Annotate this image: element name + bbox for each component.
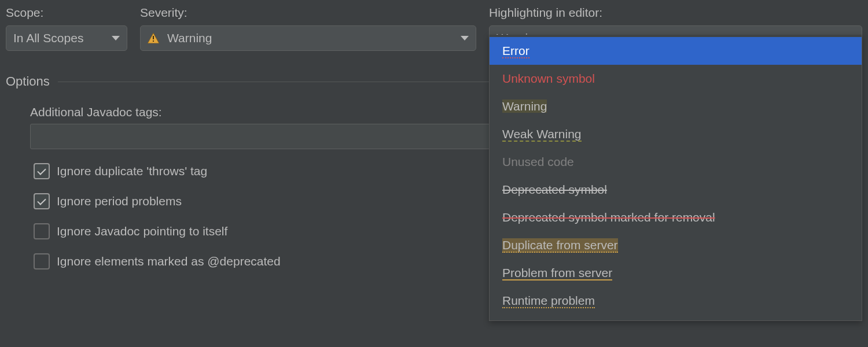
checkbox[interactable] [34, 223, 50, 239]
highlighting-dropdown: ErrorUnknown symbolWarningWeak WarningUn… [489, 35, 862, 321]
highlighting-option-unused[interactable]: Unused code [490, 148, 862, 176]
severity-label: Severity: [140, 6, 476, 20]
scope-value: In All Scopes [13, 31, 83, 45]
checkbox[interactable] [34, 163, 50, 179]
highlighting-option-error[interactable]: Error [490, 37, 862, 65]
chevron-down-icon [112, 36, 120, 40]
severity-value: Warning [167, 31, 212, 45]
checkbox-label: Ignore duplicate 'throws' tag [57, 164, 207, 178]
highlighting-option-weak[interactable]: Weak Warning [490, 120, 862, 148]
highlighting-option-runtime[interactable]: Runtime problem [490, 287, 862, 315]
highlighting-option-prob[interactable]: Problem from server [490, 259, 862, 287]
warning-triangle-icon [148, 33, 159, 43]
scope-combo[interactable]: In All Scopes [6, 25, 127, 51]
highlighting-label: Highlighting in editor: [489, 6, 862, 20]
highlighting-option-dup[interactable]: Duplicate from server [490, 231, 862, 259]
highlighting-option-warning[interactable]: Warning [490, 93, 862, 120]
svg-rect-2 [153, 40, 154, 42]
severity-combo[interactable]: Warning [140, 25, 476, 51]
highlighting-option-deprecated[interactable]: Deprecated symbol [490, 176, 862, 204]
chevron-down-icon [461, 36, 469, 40]
scope-label: Scope: [6, 6, 127, 20]
highlighting-option-deprecated-rm[interactable]: Deprecated symbol marked for removal [490, 204, 862, 231]
checkbox-label: Ignore period problems [57, 194, 182, 208]
checkbox-label: Ignore Javadoc pointing to itself [57, 224, 227, 238]
checkbox[interactable] [34, 253, 50, 270]
highlighting-option-unknown[interactable]: Unknown symbol [490, 65, 862, 93]
options-title: Options [6, 74, 58, 89]
svg-rect-1 [153, 36, 154, 39]
checkbox-label: Ignore elements marked as @deprecated [57, 254, 281, 268]
checkbox[interactable] [34, 193, 50, 209]
